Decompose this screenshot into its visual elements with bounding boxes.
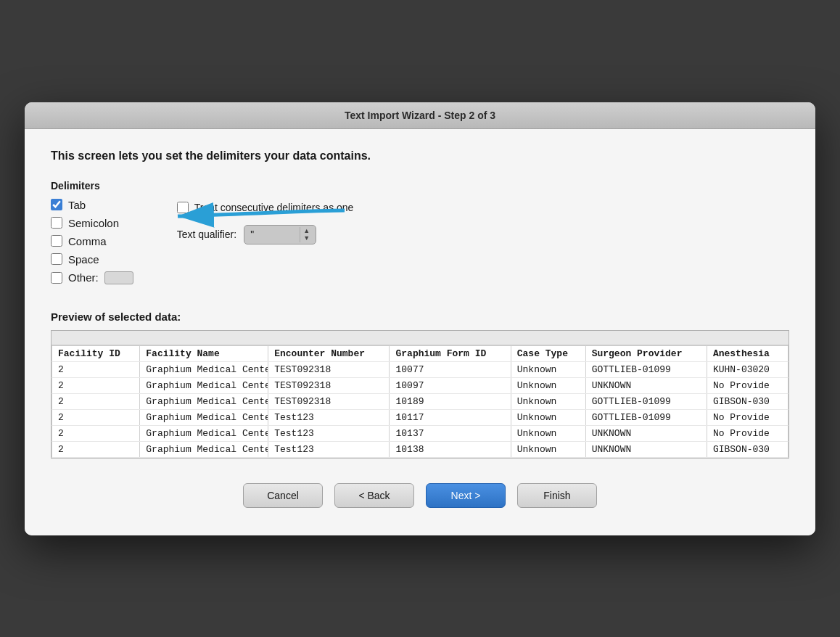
table-cell: 10138 [390,441,511,457]
finish-button[interactable]: Finish [517,483,597,508]
title-bar: Text Import Wizard - Step 2 of 3 [25,102,815,129]
table-header-cell: Encounter Number [268,345,390,361]
table-cell: 2 [52,393,140,409]
delimiter-semicolon-row: Semicolon [51,217,133,229]
other-checkbox[interactable] [51,272,62,284]
comma-label[interactable]: Comma [68,235,107,247]
table-cell: 2 [52,361,140,377]
table-cell: 10077 [390,361,511,377]
table-header-cell: Case Type [511,345,585,361]
table-row: 2Graphium Medical CenterTest12310137Unkn… [52,425,788,441]
delimiter-comma-row: Comma [51,235,133,247]
table-header-cell: Graphium Form ID [390,345,511,361]
other-label[interactable]: Other: [68,271,99,284]
stepper-down-arrow[interactable]: ▼ [303,234,310,242]
content-area: This screen lets you set the delimiters … [25,129,815,535]
table-cell: Unknown [511,393,585,409]
preview-container: Facility IDFacility NameEncounter Number… [51,330,789,459]
table-cell: UNKNOWN [585,425,707,441]
table-header-cell: Facility ID [52,345,140,361]
footer-buttons: Cancel < Back Next > Finish [51,473,789,521]
back-button[interactable]: < Back [334,483,414,508]
intro-text: This screen lets you set the delimiters … [51,149,789,163]
table-cell: Unknown [511,377,585,393]
semicolon-checkbox[interactable] [51,217,62,229]
next-button[interactable]: Next > [426,483,506,508]
table-row: 2Graphium Medical CenterTest12310117Unkn… [52,409,788,425]
table-cell: Unknown [511,441,585,457]
table-cell: No Provide [707,377,788,393]
delimiters-layout: Tab [51,199,789,284]
table-cell: UNKNOWN [585,377,707,393]
table-cell: 10137 [390,425,511,441]
table-cell: 2 [52,377,140,393]
table-row: 2Graphium Medical CenterTEST09231810097U… [52,377,788,393]
table-cell: GIBSON-030 [707,393,788,409]
cancel-button[interactable]: Cancel [243,483,323,508]
table-cell: GOTTLIEB-01099 [585,393,707,409]
table-cell: Graphium Medical Center [140,393,268,409]
delimiter-space-row: Space [51,253,133,266]
table-row: 2Graphium Medical CenterTest12310138Unkn… [52,441,788,457]
dialog-window: Text Import Wizard - Step 2 of 3 This sc… [25,102,815,535]
table-cell: Graphium Medical Center [140,425,268,441]
table-header-cell: Surgeon Provider [585,345,707,361]
table-cell: TEST092318 [268,377,390,393]
table-cell: GOTTLIEB-01099 [585,361,707,377]
table-cell: Unknown [511,409,585,425]
table-cell: 2 [52,425,140,441]
table-cell: 10097 [390,377,511,393]
table-cell: No Provide [707,409,788,425]
comma-checkbox[interactable] [51,235,62,247]
delimiter-other-row: Other: [51,271,133,284]
table-cell: UNKNOWN [585,441,707,457]
table-cell: Unknown [511,361,585,377]
tab-label[interactable]: Tab [68,199,86,211]
table-cell: Graphium Medical Center [140,441,268,457]
tab-checkbox[interactable] [51,199,62,210]
table-cell: Test123 [268,409,390,425]
table-header-cell: Anesthesia [707,345,788,361]
table-cell: Graphium Medical Center [140,409,268,425]
table-cell: Graphium Medical Center [140,361,268,377]
table-cell: KUHN-03020 [707,361,788,377]
table-cell: TEST092318 [268,393,390,409]
delimiter-list: Tab [51,199,133,284]
table-cell: Unknown [511,425,585,441]
table-cell: TEST092318 [268,361,390,377]
table-cell: Test123 [268,441,390,457]
table-cell: GIBSON-030 [707,441,788,457]
other-text-input[interactable] [104,271,133,284]
table-header-cell: Facility Name [140,345,268,361]
table-cell: 10117 [390,409,511,425]
semicolon-label[interactable]: Semicolon [68,217,119,229]
preview-label: Preview of selected data: [51,311,789,323]
preview-header-bar [52,331,788,345]
table-row: 2Graphium Medical CenterTEST09231810189U… [52,393,788,409]
table-cell: 10189 [390,393,511,409]
table-cell: 2 [52,409,140,425]
table-cell: No Provide [707,425,788,441]
space-checkbox[interactable] [51,253,62,265]
table-cell: GOTTLIEB-01099 [585,409,707,425]
table-cell: 2 [52,441,140,457]
arrow-annotation [134,190,366,234]
table-row: 2Graphium Medical CenterTEST09231810077U… [52,361,788,377]
table-cell: Test123 [268,425,390,441]
delimiters-section: Delimiters Tab [51,180,789,284]
delimiter-tab-row: Tab [51,199,133,211]
window-title: Text Import Wizard - Step 2 of 3 [345,110,495,121]
space-label[interactable]: Space [68,253,99,266]
preview-table: Facility IDFacility NameEncounter Number… [52,345,788,458]
table-cell: Graphium Medical Center [140,377,268,393]
